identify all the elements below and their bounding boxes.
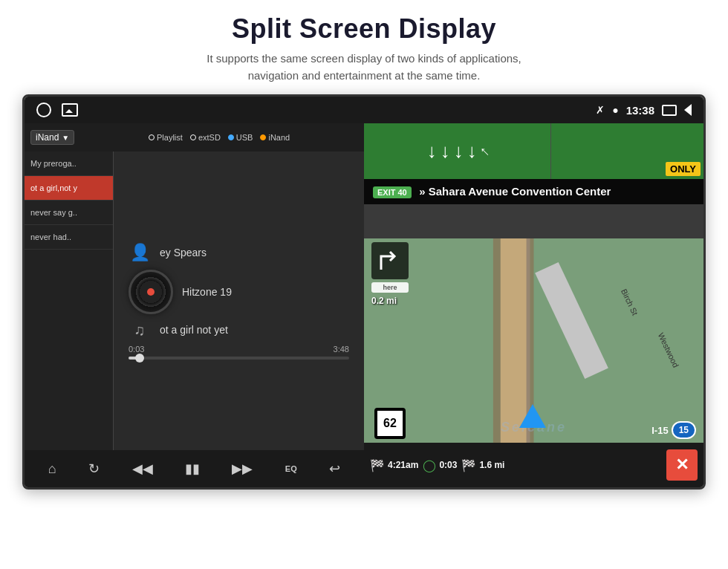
nav-direction-arrow: [519, 404, 546, 428]
time-total: 3:48: [334, 345, 349, 354]
close-nav-button[interactable]: ✕: [666, 449, 698, 481]
eq-button[interactable]: EQ: [279, 461, 303, 476]
exit-street: » Sahara Avenue Convention Center: [419, 185, 611, 198]
route-highway: I-15: [651, 425, 668, 436]
page-title: Split Screen Display: [15, 13, 713, 45]
exit-badge: EXIT 40: [373, 186, 412, 198]
speed-sign: 62: [374, 408, 406, 439]
vinyl-disc: [129, 270, 173, 314]
progress-bar[interactable]: [129, 357, 349, 360]
artist-row: 👤 ey Spears: [129, 243, 349, 262]
source-options: Playlist extSD USB iNand: [80, 133, 358, 142]
page-header: Split Screen Display It supports the sam…: [0, 0, 728, 94]
arrow-1: ↓: [427, 140, 437, 163]
nav-panel: ↓ ↓ ↓ ↓ ↑ ONLY EXIT 40 » Sahara Avenue C…: [364, 123, 703, 487]
extsd-option[interactable]: extSD: [190, 133, 221, 142]
song-item-1[interactable]: My preroga..: [25, 152, 113, 176]
player-center: 👤 ey Spears Hitzone 19 ♫ ot a girl not y…: [114, 152, 364, 450]
usb-option[interactable]: USB: [228, 133, 253, 142]
remaining-distance: 🏁 1.6 mi: [461, 458, 504, 472]
flag-start-icon: 🏁: [370, 458, 385, 472]
eta-arrival: 4:21am: [388, 460, 418, 470]
album-name: Hitzone 19: [182, 286, 232, 298]
back-music-button[interactable]: ↩: [323, 458, 346, 480]
inand-option[interactable]: iNand: [260, 133, 290, 142]
chevron-down-icon: ▼: [62, 134, 69, 142]
status-left-icons: [36, 103, 78, 117]
route-sign: I-15 15: [651, 421, 696, 439]
song-list: My preroga.. ot a girl,not y never say g…: [25, 152, 114, 450]
pause-button[interactable]: ▮▮: [179, 458, 206, 480]
controls-row: ⌂ ↻ ◀◀ ▮▮ ▶▶ EQ ↩: [25, 450, 364, 487]
next-button[interactable]: ▶▶: [226, 458, 259, 480]
here-logo: here: [371, 282, 409, 293]
radio-dot-usb: [228, 134, 234, 140]
arrow-5: ↑: [475, 143, 493, 160]
song-item-2[interactable]: ot a girl,not y: [25, 176, 113, 201]
clock-green-icon: ◯: [423, 458, 436, 472]
song-item-3[interactable]: never say g..: [25, 201, 113, 225]
nav-instruction-icons: here 0.2 mi: [371, 242, 409, 306]
device-frame: ✗ ● 13:38 iNand ▼ Playlist: [22, 94, 706, 490]
direction-arrows: ↓ ↓ ↓ ↓ ↑: [364, 123, 550, 179]
back-icon: [684, 104, 692, 116]
only-section: ONLY: [550, 123, 703, 179]
nav-eta: 🏁 4:21am: [370, 458, 418, 472]
direction-bar: ↓ ↓ ↓ ↓ ↑ ONLY: [364, 123, 703, 179]
playlist-area: My preroga.. ot a girl,not y never say g…: [25, 152, 364, 450]
route-shield: 15: [672, 421, 696, 439]
exit-info: EXIT 40 » Sahara Avenue Convention Cente…: [364, 179, 703, 204]
image-icon: [62, 103, 78, 117]
time-current: 0:03: [129, 345, 144, 354]
status-right-icons: ✗ ● 13:38: [596, 104, 692, 117]
clock: 13:38: [626, 104, 654, 117]
flag-end-icon: 🏁: [461, 458, 476, 472]
distance-display: 0.2 mi: [371, 296, 409, 306]
track-info: 👤 ey Spears Hitzone 19 ♫ ot a girl not y…: [121, 243, 357, 339]
song-title: ot a girl not yet: [160, 324, 228, 336]
arrow-2: ↓: [441, 140, 450, 163]
circle-icon: [36, 103, 51, 117]
album-row: Hitzone 19: [129, 270, 349, 314]
arrow-3: ↓: [454, 140, 464, 163]
main-content: iNand ▼ Playlist extSD USB: [25, 123, 703, 487]
artist-icon: 👤: [129, 243, 151, 262]
source-row: iNand ▼ Playlist extSD USB: [25, 123, 364, 152]
eq-label: EQ: [285, 464, 297, 473]
page-subtitle: It supports the same screen display of t…: [15, 51, 713, 84]
playlist-option[interactable]: Playlist: [149, 133, 183, 142]
radio-dot-playlist: [149, 134, 155, 140]
note-icon: ♫: [129, 322, 151, 339]
song-item-4[interactable]: never had..: [25, 225, 113, 250]
location-icon: ●: [612, 104, 618, 116]
turn-icon: [371, 242, 409, 279]
elapsed-time: 0:03: [439, 460, 457, 470]
bluetooth-icon: ✗: [596, 104, 605, 116]
song-row: ♫ ot a girl not yet: [129, 322, 349, 339]
status-bar: ✗ ● 13:38: [25, 97, 703, 123]
radio-dot-inand: [260, 134, 266, 140]
timer-section: ◯ 0:03: [423, 458, 457, 472]
artist-name: ey Spears: [160, 247, 207, 259]
source-dropdown[interactable]: iNand ▼: [30, 130, 74, 145]
radio-dot-extsd: [190, 134, 196, 140]
screen-icon: [662, 105, 677, 116]
nav-bottom-bar: 🏁 4:21am ◯ 0:03 🏁 1.6 mi ✕: [364, 443, 703, 487]
prev-button[interactable]: ◀◀: [126, 458, 159, 480]
arrow-4: ↓: [467, 140, 477, 163]
time-row: 0:03 3:48: [129, 345, 349, 354]
progress-section: 0:03 3:48: [121, 345, 357, 360]
music-panel: iNand ▼ Playlist extSD USB: [25, 123, 364, 487]
home-button[interactable]: ⌂: [42, 458, 62, 480]
progress-thumb[interactable]: [135, 354, 144, 362]
only-badge: ONLY: [666, 162, 701, 176]
repeat-button[interactable]: ↻: [82, 458, 105, 480]
